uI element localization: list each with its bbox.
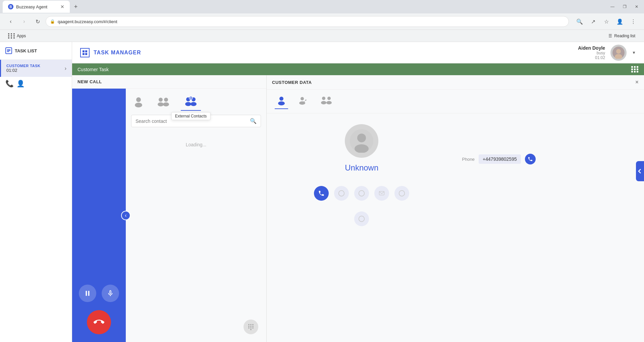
- svg-point-47: [359, 191, 365, 196]
- window-controls: — ❐ ✕: [608, 2, 641, 11]
- bookmarks-bar: Apps ☰ Reading list: [0, 30, 644, 42]
- contact-tab-personal[interactable]: [131, 94, 146, 110]
- data-right: Phone +447939802595: [462, 124, 636, 226]
- task-list-icon: [5, 47, 12, 54]
- data-section: Unknown: [275, 124, 636, 226]
- action-button-3[interactable]: [354, 186, 369, 201]
- window-maximize-button[interactable]: ❐: [620, 2, 629, 11]
- svg-rect-4: [85, 50, 87, 52]
- new-tab-button[interactable]: +: [71, 2, 80, 11]
- customer-tab-profile[interactable]: [275, 94, 288, 109]
- task-icon-row: 📞 👤: [0, 77, 72, 90]
- task-info: CUSTOMER TASK 01:02: [6, 64, 61, 73]
- search-icon: 🔍: [250, 118, 257, 124]
- new-call-panel: NEW CALL ‹: [72, 75, 267, 342]
- svg-point-37: [301, 97, 304, 100]
- phone-value: +447939802595: [479, 154, 521, 164]
- tab-title: Buzzeasy Agent: [16, 4, 47, 9]
- svg-point-19: [185, 102, 191, 106]
- svg-point-15: [158, 102, 164, 106]
- action-button-bottom[interactable]: [354, 211, 369, 226]
- customer-data-panel: CUSTOMER DATA ×: [267, 75, 644, 342]
- action-row: [314, 186, 409, 201]
- customer-avatar: [345, 124, 378, 158]
- main-header-left: TASK MANAGER: [80, 48, 141, 57]
- phone-call-button[interactable]: [525, 154, 536, 164]
- svg-rect-48: [379, 191, 384, 195]
- user-time: 01:02: [578, 55, 605, 60]
- active-tab[interactable]: B Buzzeasy Agent ✕: [3, 1, 70, 13]
- svg-rect-6: [85, 53, 87, 55]
- tab-close-button[interactable]: ✕: [60, 4, 64, 9]
- keypad-button[interactable]: [244, 320, 258, 334]
- tab-favicon: B: [8, 4, 13, 9]
- collapse-button[interactable]: ‹: [121, 211, 130, 220]
- address-bar-row: ‹ › ↻ 🔒 qaagent.buzzeasy.com/#/client 🔍 …: [0, 13, 644, 30]
- customer-task-label: Customer Task: [77, 67, 109, 72]
- svg-point-28: [249, 326, 250, 327]
- dropdown-arrow[interactable]: ▼: [632, 50, 636, 55]
- svg-point-21: [191, 102, 197, 106]
- reading-list-label: Reading list: [614, 34, 635, 38]
- user-name: Aiden Doyle: [578, 45, 605, 51]
- pause-button[interactable]: [79, 285, 96, 302]
- svg-point-49: [399, 191, 405, 196]
- svg-point-46: [339, 191, 344, 196]
- profile-button[interactable]: 👤: [614, 16, 625, 27]
- contact-icon: 👤: [16, 80, 25, 88]
- main-header-right: Aiden Doyle busy 01:02 ▼: [578, 45, 636, 61]
- svg-point-8: [616, 49, 621, 54]
- svg-point-39: [322, 97, 325, 100]
- user-avatar[interactable]: [610, 45, 627, 61]
- mute-button[interactable]: [102, 285, 119, 302]
- action-button-5[interactable]: [394, 186, 409, 201]
- side-expand-button[interactable]: [636, 161, 644, 181]
- svg-point-14: [159, 98, 163, 102]
- apps-bookmark[interactable]: Apps: [5, 32, 29, 40]
- window-close-button[interactable]: ✕: [632, 2, 641, 11]
- back-button[interactable]: ‹: [5, 16, 16, 27]
- task-label: CUSTOMER TASK: [6, 64, 61, 68]
- customer-task-item[interactable]: CUSTOMER TASK 01:02 ›: [0, 60, 72, 77]
- customer-task-bar: Customer Task: [72, 63, 644, 75]
- forward-button[interactable]: ›: [19, 16, 30, 27]
- end-call-button[interactable]: [87, 310, 111, 334]
- app-layout: TASK LIST CUSTOMER TASK 01:02 › 📞 👤: [0, 42, 644, 342]
- share-button[interactable]: ↗: [588, 16, 598, 27]
- svg-point-44: [357, 134, 366, 142]
- svg-point-30: [253, 326, 254, 327]
- reading-list-button[interactable]: ☰ Reading list: [605, 32, 639, 40]
- grid-view-icon[interactable]: [631, 66, 639, 72]
- bookmark-button[interactable]: ☆: [601, 16, 612, 27]
- svg-point-45: [355, 144, 369, 153]
- svg-point-26: [251, 324, 252, 325]
- customer-tab-group[interactable]: [318, 94, 335, 109]
- contacts-panel: External Contacts 🔍 Loading...: [126, 89, 266, 342]
- search-button[interactable]: 🔍: [574, 16, 585, 27]
- contact-tab-external[interactable]: External Contacts: [181, 94, 201, 111]
- svg-point-35: [279, 97, 283, 101]
- call-action-buttons: [79, 285, 119, 302]
- svg-point-31: [249, 328, 250, 329]
- sidebar-header: TASK LIST: [0, 42, 72, 60]
- loading-text: Loading...: [131, 142, 261, 147]
- action-button-2[interactable]: [334, 186, 349, 201]
- sidebar: TASK LIST CUSTOMER TASK 01:02 › 📞 👤: [0, 42, 72, 342]
- svg-rect-5: [83, 53, 85, 55]
- window-minimize-button[interactable]: —: [608, 2, 617, 11]
- contact-type-tabs: External Contacts: [131, 94, 261, 111]
- call-action-button[interactable]: [314, 186, 329, 201]
- svg-point-34: [251, 329, 252, 330]
- unknown-label: Unknown: [345, 163, 378, 173]
- customer-tab-edit[interactable]: [296, 94, 310, 109]
- message-action-button[interactable]: [374, 186, 389, 201]
- contact-tab-group[interactable]: [154, 94, 173, 110]
- menu-button[interactable]: ⋮: [628, 16, 639, 27]
- svg-rect-2: [7, 51, 9, 52]
- data-left: Unknown: [275, 124, 449, 226]
- lock-icon: 🔒: [50, 19, 55, 24]
- customer-data-close-button[interactable]: ×: [635, 79, 639, 85]
- svg-point-41: [327, 97, 331, 100]
- refresh-button[interactable]: ↻: [32, 16, 43, 27]
- address-bar[interactable]: 🔒 qaagent.buzzeasy.com/#/client: [46, 16, 569, 27]
